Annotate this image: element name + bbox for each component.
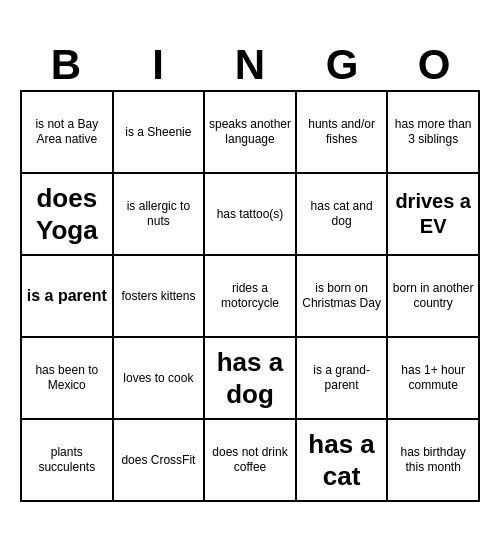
bingo-cell-9[interactable]: drives a EV [388, 174, 480, 256]
bingo-cell-15[interactable]: has been to Mexico [22, 338, 114, 420]
bingo-cell-20[interactable]: plants succulents [22, 420, 114, 502]
bingo-cell-23[interactable]: has a cat [297, 420, 389, 502]
bingo-card: BINGO is not a Bay Area nativeis a Sheen… [10, 32, 490, 512]
bingo-cell-6[interactable]: is allergic to nuts [114, 174, 206, 256]
bingo-letter-g: G [296, 42, 388, 88]
bingo-cell-5[interactable]: does Yoga [22, 174, 114, 256]
bingo-cell-2[interactable]: speaks another language [205, 92, 297, 174]
bingo-cell-18[interactable]: is a grand-parent [297, 338, 389, 420]
bingo-letter-o: O [388, 42, 480, 88]
bingo-cell-12[interactable]: rides a motorcycle [205, 256, 297, 338]
bingo-cell-16[interactable]: loves to cook [114, 338, 206, 420]
bingo-cell-17[interactable]: has a dog [205, 338, 297, 420]
bingo-cell-11[interactable]: fosters kittens [114, 256, 206, 338]
bingo-cell-13[interactable]: is born on Christmas Day [297, 256, 389, 338]
bingo-letter-b: B [20, 42, 112, 88]
bingo-cell-24[interactable]: has birthday this month [388, 420, 480, 502]
bingo-letter-n: N [204, 42, 296, 88]
bingo-cell-1[interactable]: is a Sheenie [114, 92, 206, 174]
bingo-letter-i: I [112, 42, 204, 88]
bingo-cell-0[interactable]: is not a Bay Area native [22, 92, 114, 174]
bingo-cell-19[interactable]: has 1+ hour commute [388, 338, 480, 420]
bingo-cell-21[interactable]: does CrossFit [114, 420, 206, 502]
bingo-cell-3[interactable]: hunts and/or fishes [297, 92, 389, 174]
bingo-cell-10[interactable]: is a parent [22, 256, 114, 338]
bingo-header: BINGO [20, 42, 480, 88]
bingo-cell-7[interactable]: has tattoo(s) [205, 174, 297, 256]
bingo-cell-8[interactable]: has cat and dog [297, 174, 389, 256]
bingo-cell-4[interactable]: has more than 3 siblings [388, 92, 480, 174]
bingo-cell-22[interactable]: does not drink coffee [205, 420, 297, 502]
bingo-cell-14[interactable]: born in another country [388, 256, 480, 338]
bingo-grid: is not a Bay Area nativeis a Sheeniespea… [20, 90, 480, 502]
